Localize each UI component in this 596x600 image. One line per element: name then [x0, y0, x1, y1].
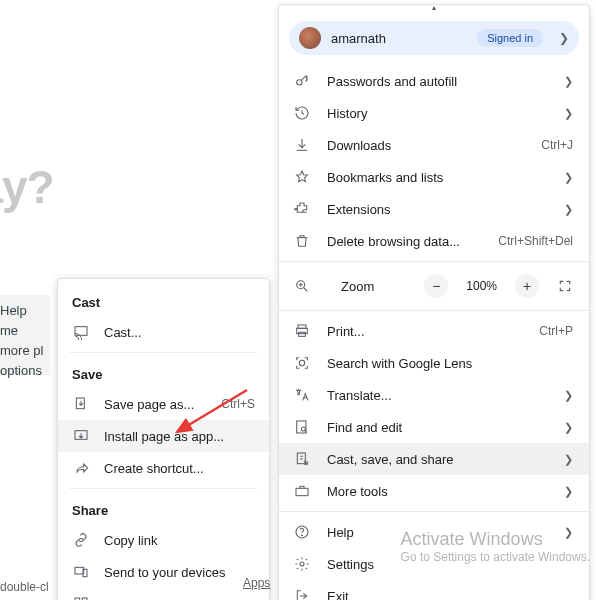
submenu-label: Copy link: [104, 533, 255, 548]
menu-item-help[interactable]: Help ❯: [279, 516, 589, 548]
chevron-right-icon: ❯: [564, 453, 573, 466]
chrome-main-menu: ▴ amarnath Signed in ❯ Passwords and aut…: [278, 4, 590, 600]
svg-rect-16: [75, 567, 84, 574]
menu-item-google-lens[interactable]: Search with Google Lens: [279, 347, 589, 379]
menu-item-extensions[interactable]: Extensions ❯: [279, 193, 589, 225]
bg-chip-2: double-cl: [0, 580, 57, 600]
zoom-in-button[interactable]: +: [515, 274, 539, 298]
help-icon: [293, 523, 311, 541]
submenu-item-copy-link[interactable]: Copy link: [58, 524, 269, 556]
menu-label: History: [327, 106, 548, 121]
menu-item-translate[interactable]: Translate... ❯: [279, 379, 589, 411]
menu-item-downloads[interactable]: Downloads Ctrl+J: [279, 129, 589, 161]
lens-icon: [293, 354, 311, 372]
menu-label: Exit: [327, 589, 573, 601]
submenu-label: Install page as app...: [104, 429, 255, 444]
chevron-right-icon: ❯: [564, 485, 573, 498]
download-icon: [293, 136, 311, 154]
cast-share-icon: [293, 450, 311, 468]
save-page-icon: [72, 395, 90, 413]
apps-link[interactable]: Apps: [243, 576, 270, 590]
submenu-header-cast: Cast: [58, 285, 269, 316]
menu-item-settings[interactable]: Settings: [279, 548, 589, 580]
menu-label: Bookmarks and lists: [327, 170, 548, 185]
svg-point-12: [300, 562, 304, 566]
zoom-value: 100%: [462, 279, 501, 293]
menu-item-bookmarks[interactable]: Bookmarks and lists ❯: [279, 161, 589, 193]
page-heading-fragment: u today?: [0, 160, 54, 214]
history-icon: [293, 104, 311, 122]
menu-label: Find and edit: [327, 420, 548, 435]
menu-separator: [279, 511, 589, 512]
chevron-right-icon: ❯: [564, 171, 573, 184]
submenu-label: Create QR Code: [104, 597, 255, 601]
menu-item-passwords[interactable]: Passwords and autofill ❯: [279, 65, 589, 97]
chevron-right-icon: ❯: [564, 75, 573, 88]
submenu-item-qr-code[interactable]: Create QR Code: [58, 588, 269, 600]
menu-item-history[interactable]: History ❯: [279, 97, 589, 129]
menu-label: Settings: [327, 557, 573, 572]
chevron-right-icon: ❯: [564, 203, 573, 216]
submenu-item-install-app[interactable]: Install page as app...: [58, 420, 269, 452]
puzzle-icon: [293, 200, 311, 218]
submenu-item-send-devices[interactable]: Send to your devices: [58, 556, 269, 588]
trash-icon: [293, 232, 311, 250]
menu-shortcut: Ctrl+J: [541, 138, 573, 152]
cast-save-share-submenu: Cast Cast... Save Save page as... Ctrl+S…: [57, 278, 270, 600]
menu-shortcut: Ctrl+Shift+Del: [498, 234, 573, 248]
install-app-icon: [72, 427, 90, 445]
svg-rect-14: [76, 398, 84, 409]
send-devices-icon: [72, 563, 90, 581]
menu-item-more-tools[interactable]: More tools ❯: [279, 475, 589, 507]
menu-item-print[interactable]: Print... Ctrl+P: [279, 315, 589, 347]
menu-label: Passwords and autofill: [327, 74, 548, 89]
submenu-label: Send to your devices: [104, 565, 255, 580]
submenu-separator: [70, 488, 257, 489]
chevron-right-icon: ❯: [564, 421, 573, 434]
menu-zoom-row: Zoom − 100% +: [279, 266, 589, 306]
submenu-label: Create shortcut...: [104, 461, 255, 476]
menu-item-find-edit[interactable]: Find and edit ❯: [279, 411, 589, 443]
chevron-right-icon: ❯: [559, 31, 569, 45]
menu-item-exit[interactable]: Exit: [279, 580, 589, 600]
chevron-right-icon: ❯: [564, 526, 573, 539]
qr-icon: [72, 595, 90, 600]
zoom-label: Zoom: [341, 279, 410, 294]
menu-label: Extensions: [327, 202, 548, 217]
print-icon: [293, 322, 311, 340]
svg-rect-8: [297, 453, 305, 464]
menu-item-cast-save-share[interactable]: Cast, save, and share ❯: [279, 443, 589, 475]
submenu-header-save: Save: [58, 357, 269, 388]
menu-item-delete-data[interactable]: Delete browsing data... Ctrl+Shift+Del: [279, 225, 589, 257]
star-icon: [293, 168, 311, 186]
signed-in-badge: Signed in: [477, 29, 543, 47]
zoom-icon: [293, 277, 311, 295]
svg-rect-4: [299, 332, 306, 336]
menu-label: More tools: [327, 484, 548, 499]
menu-drag-handle: ▴: [279, 5, 589, 15]
profile-row[interactable]: amarnath Signed in ❯: [289, 21, 579, 55]
chevron-right-icon: ❯: [564, 389, 573, 402]
translate-icon: [293, 386, 311, 404]
submenu-item-create-shortcut[interactable]: Create shortcut...: [58, 452, 269, 484]
settings-icon: [293, 555, 311, 573]
menu-label: Search with Google Lens: [327, 356, 573, 371]
briefcase-icon: [293, 482, 311, 500]
submenu-item-save-page[interactable]: Save page as... Ctrl+S: [58, 388, 269, 420]
submenu-label: Save page as...: [104, 397, 207, 412]
copy-link-icon: [72, 531, 90, 549]
submenu-shortcut: Ctrl+S: [221, 397, 255, 411]
avatar: [299, 27, 321, 49]
submenu-header-share: Share: [58, 493, 269, 524]
shortcut-icon: [72, 459, 90, 477]
key-icon: [293, 72, 311, 90]
find-icon: [293, 418, 311, 436]
svg-point-0: [297, 80, 302, 85]
submenu-label: Cast...: [104, 325, 255, 340]
menu-label: Print...: [327, 324, 523, 339]
exit-icon: [293, 587, 311, 600]
fullscreen-button[interactable]: [553, 274, 577, 298]
zoom-out-button[interactable]: −: [424, 274, 448, 298]
bg-chip: Help me more pl options: [0, 295, 50, 375]
submenu-item-cast[interactable]: Cast...: [58, 316, 269, 348]
